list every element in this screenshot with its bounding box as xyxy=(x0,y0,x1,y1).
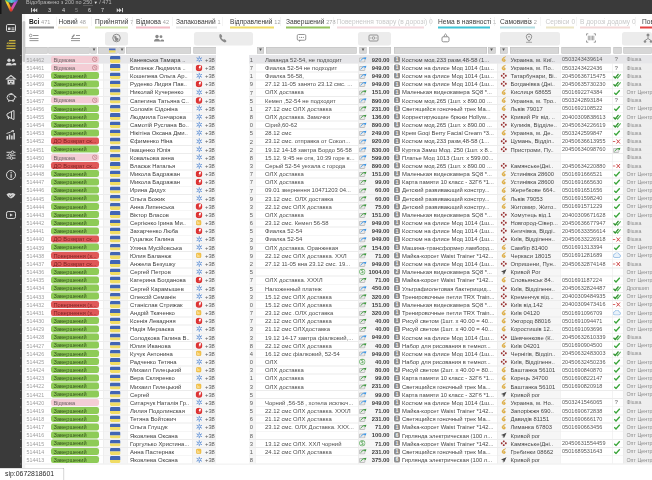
svg-text:lc: lc xyxy=(198,450,201,454)
svg-text:$: $ xyxy=(361,359,364,364)
svg-text:lc: lc xyxy=(198,368,201,372)
svg-text:lc: lc xyxy=(198,311,201,315)
svg-text:lc: lc xyxy=(198,352,201,356)
svg-text:lc: lc xyxy=(198,384,201,388)
svg-text:$: $ xyxy=(361,441,364,446)
svg-text:$: $ xyxy=(361,269,364,274)
svg-text:lc: lc xyxy=(198,221,201,225)
svg-text:lc: lc xyxy=(198,254,201,258)
